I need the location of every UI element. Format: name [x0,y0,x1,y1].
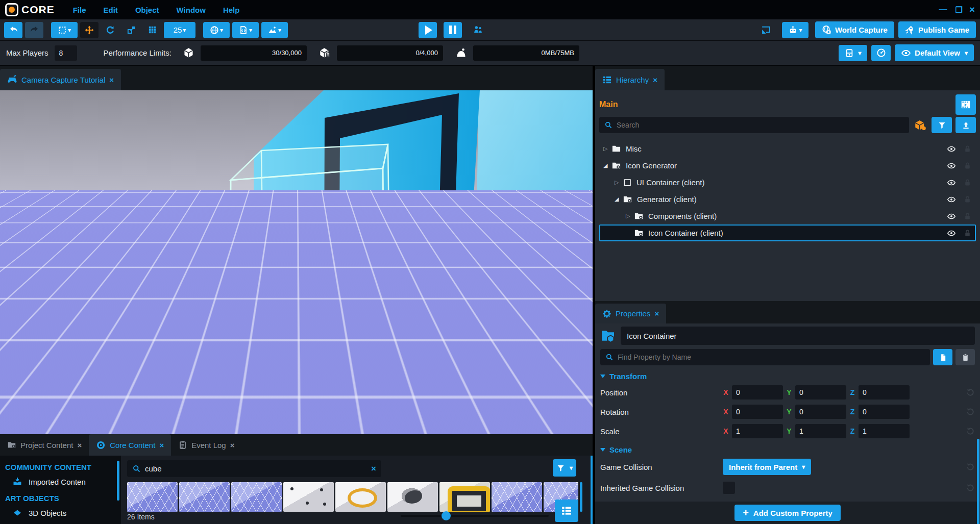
tree-row-components[interactable]: ▷ Components (client) [599,208,976,224]
property-search-box[interactable] [600,349,930,365]
performance-panel-button[interactable] [871,45,891,61]
position-x-input[interactable] [732,385,783,400]
expander-icon[interactable]: ▷ [626,213,634,219]
tab-project-content[interactable]: Project Content [0,434,89,456]
viewport-3d[interactable] [0,90,593,434]
minimize-icon[interactable]: — [939,5,947,14]
rotation-z-input[interactable] [859,405,910,419]
eye-icon[interactable] [947,212,956,221]
reset-icon[interactable] [966,427,975,436]
hierarchy-search-input[interactable] [617,121,904,129]
networked-cube-icon[interactable] [914,118,927,132]
scale-z-input[interactable] [859,424,910,438]
close-tab-icon[interactable] [230,441,235,450]
close-icon[interactable]: × [969,4,975,15]
asset-thumbnail-white-hole-cube[interactable] [387,482,438,512]
tab-hierarchy[interactable]: Hierarchy [595,69,665,90]
asset-thumbnail-white-bolted-cube[interactable] [283,482,334,512]
hierarchy-export-button[interactable] [955,117,976,133]
thumbnail-size-slider[interactable] [401,515,549,517]
restore-icon[interactable]: ❐ [955,5,961,15]
tab-properties[interactable]: Properties [595,304,666,323]
transform-section-header[interactable]: Transform [595,367,980,383]
scale-x-input[interactable] [732,424,783,438]
copy-properties-button[interactable] [933,349,952,365]
sidebar-item-3d-objects[interactable]: 3D Objects [12,508,121,518]
close-tab-icon[interactable] [653,76,657,84]
lock-icon[interactable] [963,195,972,204]
eye-icon[interactable] [947,229,956,238]
menu-file[interactable]: File [73,6,86,14]
content-filter-button[interactable] [553,459,576,477]
world-capture-button[interactable]: World Capture [815,21,894,38]
tree-row-misc[interactable]: ▷ Misc [599,140,976,157]
eye-icon[interactable] [947,161,956,170]
lock-icon[interactable] [963,144,972,153]
world-settings-dropdown[interactable] [203,22,230,38]
eye-icon[interactable] [947,178,956,187]
selection-mode-dropdown[interactable] [51,22,78,38]
reset-icon[interactable] [966,407,975,416]
scale-y-input[interactable] [795,424,846,438]
pause-button[interactable] [444,22,462,38]
reset-icon[interactable] [966,483,975,492]
asset-thumbnail-yellow-black-cube[interactable] [439,482,490,512]
asset-thumbnail-blue-grid-cube[interactable] [492,482,542,512]
menu-object[interactable]: Object [135,6,159,14]
asset-thumbnail-blue-grid-cube[interactable] [127,482,178,512]
position-z-input[interactable] [859,385,910,400]
scale-tool-button[interactable] [122,22,140,38]
rotate-tool-button[interactable] [101,22,119,38]
sidebar-item-imported-content[interactable]: Imported Conten [12,477,121,487]
reset-icon[interactable] [966,388,975,397]
property-search-input[interactable] [618,353,925,361]
clear-search-icon[interactable] [371,464,376,474]
lock-icon[interactable] [963,161,972,170]
menu-edit[interactable]: Edit [104,6,118,14]
close-tab-icon[interactable] [77,441,82,450]
expander-icon[interactable]: ▷ [615,179,623,186]
menu-help[interactable]: Help [223,6,240,14]
tree-row-icon-generator[interactable]: ◢ Icon Generator [599,157,976,174]
lock-icon[interactable] [963,178,972,187]
scene-capture-button[interactable] [955,94,976,115]
multiplayer-preview-button[interactable] [469,22,487,38]
scene-section-header[interactable]: Scene [595,441,980,456]
panel-splitter[interactable] [591,456,593,524]
terrain-dropdown[interactable] [261,22,288,38]
play-button[interactable] [419,22,437,38]
menu-window[interactable]: Window [177,6,206,14]
rotation-x-input[interactable] [732,405,783,419]
tree-row-generator[interactable]: ◢ Generator (client) [599,191,976,208]
slider-thumb[interactable] [442,511,451,520]
hierarchy-filter-button[interactable] [932,117,952,133]
asset-grid-scrollbar[interactable] [580,482,582,512]
backup-dropdown[interactable] [839,45,867,61]
tab-event-log[interactable]: Event Log [171,434,241,456]
move-tool-button[interactable] [80,22,99,38]
eye-icon[interactable] [947,144,956,154]
reset-icon[interactable] [966,462,975,471]
asset-thumbnail-blue-grid-cube[interactable] [179,482,230,512]
tree-row-icon-container-selected[interactable]: Icon Container (client) [599,224,976,241]
undo-button[interactable] [4,22,22,38]
close-tab-icon[interactable] [159,441,164,450]
rotation-y-input[interactable] [795,405,846,419]
tab-core-content[interactable]: Core Content [89,434,171,456]
grid-size-dropdown[interactable]: 25 [164,22,195,38]
eye-icon[interactable] [947,195,956,204]
close-tab-icon[interactable] [654,309,659,318]
add-custom-property-button[interactable]: Add Custom Property [734,505,841,521]
tab-camera-capture-tutorial[interactable]: Camera Capture Tutorial [0,69,121,90]
script-dropdown[interactable] [232,22,259,38]
expander-icon[interactable]: ▷ [603,145,611,152]
redo-button[interactable] [25,22,43,38]
tree-row-ui-container[interactable]: ▷ UI Container (client) [599,174,976,191]
view-mode-dropdown[interactable]: Default View [895,44,974,61]
screen-cast-button[interactable] [757,22,775,38]
publish-game-button[interactable]: Publish Game [898,21,976,38]
content-search-input[interactable] [145,464,367,473]
hierarchy-search-box[interactable] [599,117,909,133]
properties-scrollbar[interactable] [977,439,979,524]
asset-thumbnail-blue-grid-cube[interactable] [231,482,282,512]
